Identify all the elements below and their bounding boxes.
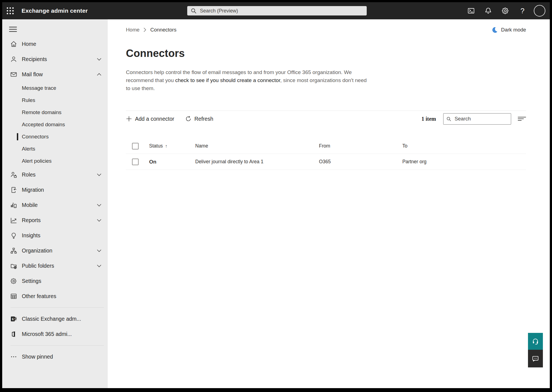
sidebar-item-reports[interactable]: Reports bbox=[2, 213, 108, 228]
avatar bbox=[534, 5, 545, 17]
column-header-status[interactable]: Status ↑ bbox=[149, 143, 195, 149]
sidebar-item-organization[interactable]: Organization bbox=[2, 243, 108, 258]
headset-icon bbox=[532, 338, 539, 345]
breadcrumb-home-link[interactable]: Home bbox=[126, 27, 139, 33]
help-support-button[interactable] bbox=[528, 333, 543, 350]
folder-globe-icon bbox=[10, 262, 17, 269]
sidebar-item-m365-admin[interactable]: Microsoft 365 admi... bbox=[2, 327, 108, 342]
list-search-box[interactable] bbox=[443, 113, 511, 125]
notifications-button[interactable] bbox=[480, 2, 497, 19]
sidebar-item-roles[interactable]: Roles bbox=[2, 167, 108, 182]
sidebar-item-show-pinned[interactable]: Show pinned bbox=[2, 349, 108, 364]
connector-from: O365 bbox=[319, 159, 402, 165]
connector-status: On bbox=[149, 159, 195, 165]
ellipsis-icon bbox=[10, 353, 17, 360]
dark-mode-toggle[interactable]: Dark mode bbox=[491, 27, 526, 33]
search-icon bbox=[191, 8, 197, 14]
svg-text:E: E bbox=[12, 317, 14, 321]
list-toolbar: Add a connector Refresh 1 item bbox=[126, 111, 526, 127]
microsoft-365-icon bbox=[10, 331, 17, 338]
connectors-table: Status ↑ Name From To On Deliver journal… bbox=[126, 138, 526, 170]
chevron-down-icon bbox=[97, 249, 102, 252]
exchange-admin-app: Exchange admin center bbox=[2, 2, 550, 388]
item-count: 1 item bbox=[421, 116, 436, 122]
dark-mode-label: Dark mode bbox=[501, 27, 526, 33]
terminal-icon bbox=[467, 7, 475, 15]
breadcrumb: Home Connectors bbox=[126, 27, 176, 33]
sidebar-item-settings[interactable]: Settings bbox=[2, 273, 108, 289]
account-button[interactable] bbox=[531, 2, 548, 19]
sidebar-item-remote-domains[interactable]: Remote domains bbox=[2, 106, 108, 119]
person-icon bbox=[10, 56, 17, 63]
sort-ascending-icon: ↑ bbox=[165, 144, 167, 149]
help-button[interactable]: ? bbox=[514, 2, 531, 19]
moon-icon bbox=[491, 27, 498, 33]
main-content: Home Connectors Dark mode Connectors Con… bbox=[108, 19, 550, 388]
column-header-name[interactable]: Name bbox=[195, 143, 319, 149]
refresh-button[interactable]: Refresh bbox=[185, 116, 213, 122]
column-header-from[interactable]: From bbox=[319, 143, 402, 149]
feedback-button[interactable] bbox=[528, 350, 543, 367]
settings-button[interactable] bbox=[497, 2, 514, 19]
app-title: Exchange admin center bbox=[22, 7, 88, 14]
collapse-nav-button[interactable] bbox=[9, 24, 22, 35]
search-icon bbox=[446, 116, 451, 122]
sidebar-item-other-features[interactable]: Other features bbox=[2, 289, 108, 304]
connector-to: Partner org bbox=[402, 159, 526, 165]
top-bar: Exchange admin center bbox=[2, 2, 550, 19]
chevron-up-icon bbox=[97, 73, 102, 76]
connector-name[interactable]: Deliver journal directly to Area 1 bbox=[195, 159, 319, 165]
app-launcher-icon bbox=[6, 7, 14, 15]
global-search-input[interactable] bbox=[200, 8, 363, 14]
sidebar-divider bbox=[10, 345, 104, 346]
column-header-to[interactable]: To bbox=[402, 143, 526, 149]
lightbulb-icon bbox=[10, 232, 17, 239]
envelope-icon bbox=[10, 71, 17, 78]
filter-button[interactable] bbox=[518, 116, 526, 122]
create-connector-check-link[interactable]: check to see if you should create a conn… bbox=[175, 77, 280, 83]
select-all-checkbox[interactable] bbox=[132, 143, 139, 149]
document-arrow-icon bbox=[10, 186, 17, 193]
sidebar-item-public-folders[interactable]: Public folders bbox=[2, 258, 108, 273]
sidebar-item-message-trace[interactable]: Message trace bbox=[2, 82, 108, 94]
table-header-row: Status ↑ Name From To bbox=[126, 138, 526, 154]
row-checkbox[interactable] bbox=[132, 159, 139, 165]
sidebar-item-mail-flow[interactable]: Mail flow bbox=[2, 67, 108, 82]
chevron-right-icon bbox=[143, 27, 146, 32]
sidebar-item-recipients[interactable]: Recipients bbox=[2, 52, 108, 67]
sidebar-item-rules[interactable]: Rules bbox=[2, 94, 108, 106]
line-chart-icon bbox=[10, 217, 17, 224]
table-grid-icon bbox=[10, 293, 17, 300]
app-launcher-button[interactable] bbox=[2, 2, 18, 19]
sidebar-item-classic-exchange[interactable]: E Classic Exchange adm... bbox=[2, 311, 108, 327]
person-briefcase-icon bbox=[10, 171, 17, 178]
sidebar-item-mobile[interactable]: Mobile bbox=[2, 198, 108, 213]
screen-frame: Exchange admin center bbox=[0, 0, 552, 392]
sidebar-item-alerts[interactable]: Alerts bbox=[2, 143, 108, 155]
add-connector-button[interactable]: Add a connector bbox=[126, 116, 174, 122]
sidebar-item-insights[interactable]: Insights bbox=[2, 228, 108, 243]
sidebar-item-migration[interactable]: Migration bbox=[2, 182, 108, 198]
chevron-down-icon bbox=[97, 58, 102, 61]
sidebar-item-connectors[interactable]: Connectors bbox=[2, 131, 108, 143]
list-search-input[interactable] bbox=[455, 116, 508, 122]
chevron-down-icon bbox=[97, 204, 102, 207]
sidebar-item-home[interactable]: Home bbox=[2, 36, 108, 52]
floating-buttons bbox=[528, 333, 543, 367]
table-row[interactable]: On Deliver journal directly to Area 1 O3… bbox=[126, 154, 526, 170]
refresh-icon bbox=[185, 116, 191, 122]
chat-bubble-icon bbox=[532, 355, 539, 362]
chevron-down-icon bbox=[97, 173, 102, 176]
sidebar-item-accepted-domains[interactable]: Accepted domains bbox=[2, 119, 108, 131]
gear-icon bbox=[10, 278, 17, 285]
powershell-button[interactable] bbox=[463, 2, 480, 19]
sidebar-item-alert-policies[interactable]: Alert policies bbox=[2, 155, 108, 167]
breadcrumb-current: Connectors bbox=[150, 27, 176, 33]
exchange-logo-icon: E bbox=[10, 315, 17, 322]
bell-icon bbox=[484, 7, 492, 15]
gear-icon bbox=[501, 7, 509, 15]
chevron-down-icon bbox=[97, 219, 102, 222]
chevron-down-icon bbox=[97, 264, 102, 267]
sidebar-divider bbox=[10, 307, 104, 308]
global-search-box[interactable] bbox=[187, 6, 367, 15]
